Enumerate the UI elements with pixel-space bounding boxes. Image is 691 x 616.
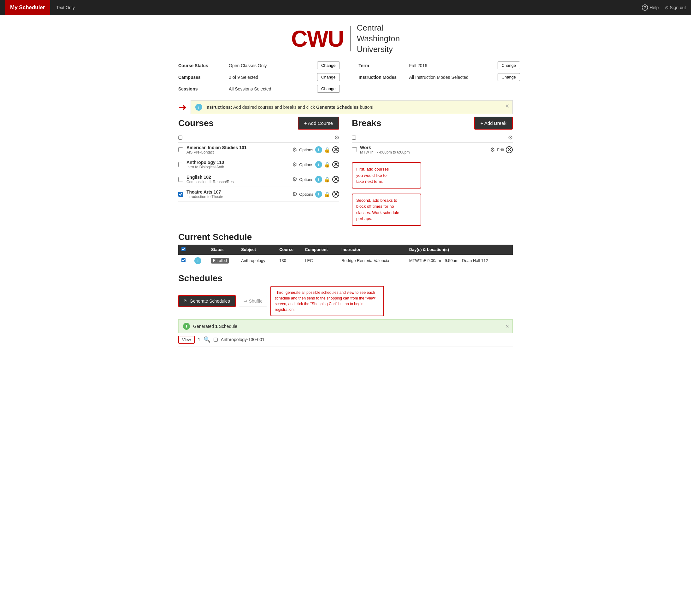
- shuffle-label: Shuffle: [249, 299, 263, 304]
- add-courses-callout: First, add courses you would like to tak…: [352, 162, 421, 189]
- course-0-gear-icon[interactable]: ⚙: [292, 146, 297, 153]
- list-item: Work MTWThF - 4:00pm to 6:00pm ⚙ Edit ✕: [352, 142, 513, 157]
- course-2-lock-icon[interactable]: 🔒: [324, 177, 330, 182]
- instruction-modes-label: Instruction Modes: [359, 75, 409, 80]
- breaks-remove-all-icon[interactable]: ⊗: [508, 134, 513, 141]
- current-schedule-title: Current Schedule: [178, 232, 513, 242]
- course-3-info: Theatre Arts 107 Introduction to Theatre: [187, 190, 292, 199]
- courses-remove-all-icon[interactable]: ⊗: [334, 134, 339, 141]
- brand-logo[interactable]: My Scheduler: [5, 0, 50, 15]
- add-courses-tooltip-area: First, add courses you would like to tak…: [352, 162, 513, 189]
- course-0-name: American Indian Studies 101: [187, 145, 292, 150]
- col-day-location: Day(s) & Location(s): [406, 245, 513, 255]
- breaks-select-all-checkbox[interactable]: [352, 136, 356, 140]
- help-label: Help: [650, 5, 659, 10]
- course-0-sub: AIS Pre-Contact: [187, 150, 292, 154]
- course-3-checkbox[interactable]: [178, 192, 183, 197]
- course-2-info-icon[interactable]: i: [315, 176, 322, 183]
- break-0-remove-icon[interactable]: ✕: [506, 146, 513, 153]
- signout-label: Sign out: [670, 5, 686, 10]
- instruction-close-btn[interactable]: ✕: [505, 103, 509, 109]
- signout-icon: ⎋: [665, 5, 668, 10]
- shuffle-button[interactable]: ⇌ Shuffle: [239, 296, 267, 306]
- generated-close-btn[interactable]: ✕: [505, 324, 509, 329]
- course-3-options-link[interactable]: Options: [299, 192, 313, 197]
- row-info-cell: i: [191, 255, 208, 267]
- row-0-checkbox[interactable]: [182, 258, 186, 262]
- text-only-link[interactable]: Text Only: [57, 5, 75, 10]
- course-1-options-link[interactable]: Options: [299, 162, 313, 167]
- magnify-icon[interactable]: 🔍: [204, 336, 210, 343]
- break-0-name: Work: [360, 145, 490, 150]
- courses-select-all-row: ⊗: [178, 133, 339, 142]
- schedule-select-all-checkbox[interactable]: [182, 247, 186, 251]
- course-1-sub: Intro to Biological Anth: [187, 165, 292, 169]
- course-2-gear-icon[interactable]: ⚙: [292, 176, 297, 183]
- generate-schedules-label: Generate Schedules: [190, 299, 230, 304]
- courses-title: Courses: [178, 118, 214, 128]
- sessions-change-btn[interactable]: Change: [317, 85, 340, 93]
- course-0-options-link[interactable]: Options: [299, 148, 313, 152]
- schedule-number: 1: [198, 337, 201, 342]
- course-0-actions: ⚙ Options i 🔒 ✕: [292, 146, 339, 153]
- row-0-info-icon[interactable]: i: [194, 257, 201, 264]
- course-3-remove-icon[interactable]: ✕: [332, 191, 339, 198]
- instruction-modes-row: Instruction Modes All Instruction Modes …: [359, 71, 520, 83]
- course-1-checkbox[interactable]: [178, 162, 183, 167]
- term-change-btn[interactable]: Change: [498, 62, 520, 69]
- main-content: Courses + Add Course ⊗ American Indian S…: [172, 117, 519, 347]
- course-3-actions: ⚙ Options i 🔒 ✕: [292, 191, 339, 198]
- topnav-right: ? Help ⎋ Sign out: [642, 4, 686, 11]
- col-info: [191, 245, 208, 255]
- campuses-change-btn[interactable]: Change: [317, 73, 340, 81]
- instruction-modes-value: All Instruction Modes Selected: [409, 75, 498, 80]
- current-schedule-table: Status Subject Course Component Instruct…: [178, 245, 513, 267]
- col-component: Component: [302, 245, 338, 255]
- break-0-gear-icon[interactable]: ⚙: [490, 146, 495, 153]
- generated-text: Generated 1 Schedule: [193, 324, 237, 329]
- break-0-info: Work MTWThF - 4:00pm to 6:00pm: [360, 145, 490, 154]
- course-1-gear-icon[interactable]: ⚙: [292, 161, 297, 168]
- course-0-checkbox[interactable]: [178, 147, 183, 152]
- add-break-button[interactable]: + Add Break: [474, 117, 513, 130]
- sessions-row: Sessions All Sessions Selected Change: [178, 83, 340, 94]
- course-0-remove-icon[interactable]: ✕: [332, 146, 339, 153]
- schedule-item-checkbox[interactable]: [214, 338, 218, 342]
- course-3-sub: Introduction to Theatre: [187, 195, 292, 199]
- signout-link[interactable]: ⎋ Sign out: [665, 5, 686, 10]
- course-2-remove-icon[interactable]: ✕: [332, 176, 339, 183]
- instruction-text: Instructions: Add desired courses and br…: [205, 105, 373, 110]
- instruction-modes-change-btn[interactable]: Change: [498, 73, 520, 81]
- course-3-lock-icon[interactable]: 🔒: [324, 191, 330, 197]
- course-3-info-icon[interactable]: i: [315, 191, 322, 198]
- course-2-options-link[interactable]: Options: [299, 177, 313, 182]
- view-schedule-button[interactable]: View: [178, 336, 195, 344]
- break-0-time: MTWThF - 4:00pm to 6:00pm: [360, 150, 490, 154]
- col-instructor: Instructor: [338, 245, 406, 255]
- current-schedule-section: Current Schedule Status Subject Course C…: [178, 232, 513, 267]
- generate-schedules-button[interactable]: ↻ Generate Schedules: [178, 295, 236, 307]
- help-link[interactable]: ? Help: [642, 4, 659, 11]
- term-row: Term Fall 2016 Change: [359, 60, 520, 71]
- campuses-value: 2 of 9 Selected: [229, 75, 317, 80]
- add-course-button[interactable]: + Add Course: [298, 117, 339, 130]
- break-0-checkbox[interactable]: [352, 147, 357, 152]
- settings-area: Course Status Open Classes Only Change C…: [172, 60, 519, 98]
- courses-select-all-checkbox[interactable]: [178, 136, 182, 140]
- sessions-label: Sessions: [178, 86, 229, 91]
- courses-header: Courses + Add Course: [178, 117, 339, 130]
- course-1-lock-icon[interactable]: 🔒: [324, 162, 330, 168]
- row-subject-cell: Anthropology: [238, 255, 276, 267]
- course-1-remove-icon[interactable]: ✕: [332, 161, 339, 168]
- course-status-change-btn[interactable]: Change: [317, 62, 340, 69]
- break-0-edit-link[interactable]: Edit: [497, 148, 504, 152]
- course-1-info-icon[interactable]: i: [315, 161, 322, 168]
- course-2-checkbox[interactable]: [178, 177, 183, 182]
- row-status-cell: Enrolled: [208, 255, 238, 267]
- course-0-info: American Indian Studies 101 AIS Pre-Cont…: [187, 145, 292, 154]
- course-2-actions: ⚙ Options i 🔒 ✕: [292, 176, 339, 183]
- row-day-location-cell: MTWThF 9:00am - 9:50am - Dean Hall 112: [406, 255, 513, 267]
- course-3-gear-icon[interactable]: ⚙: [292, 191, 297, 198]
- course-0-info-icon[interactable]: i: [315, 146, 322, 153]
- course-0-lock-icon[interactable]: 🔒: [324, 147, 330, 153]
